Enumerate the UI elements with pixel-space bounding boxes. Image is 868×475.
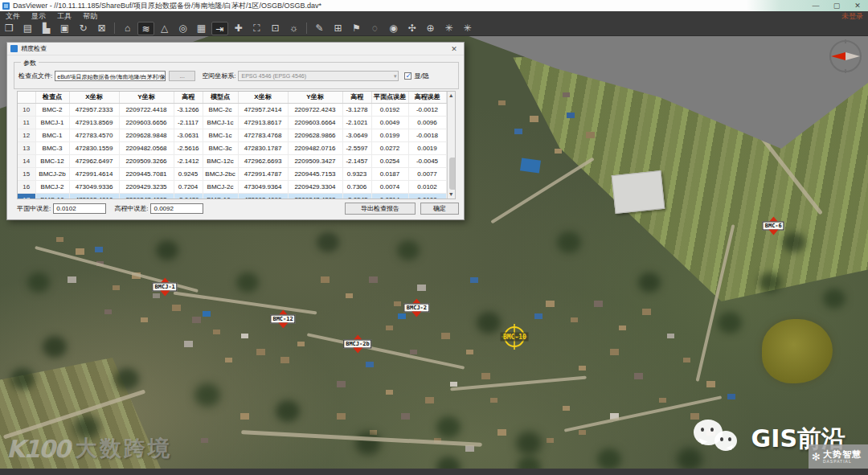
maximize-button[interactable]: ▢	[826, 0, 847, 11]
column-header[interactable]: Y坐标	[288, 92, 342, 103]
minimize-button[interactable]: —	[805, 0, 826, 11]
save-icon[interactable]: ▣	[56, 22, 73, 35]
table-cell: 0.0192	[371, 103, 408, 116]
map-marker-BMCJ-2b[interactable]: BMCJ-2b	[343, 335, 372, 354]
vendor-subtitle: DASPATIAL	[823, 460, 862, 464]
column-header[interactable]: X坐标	[69, 92, 119, 103]
home-view-icon[interactable]: ⌂	[119, 22, 136, 35]
column-header[interactable]: 高程	[342, 92, 371, 103]
scroll-down-icon[interactable]: ▼	[448, 190, 454, 199]
route-icon[interactable]: ✣	[403, 22, 420, 35]
crs-label: 空间坐标系:	[202, 72, 235, 80]
column-header[interactable]: 高程误差	[408, 92, 446, 103]
table-cell: 2209603.6664	[288, 116, 342, 129]
row-number: 16	[18, 180, 35, 193]
column-header[interactable]: X坐标	[238, 92, 288, 103]
menu-item-help[interactable]: 帮助	[77, 11, 103, 22]
menu-item-display[interactable]: 显示	[26, 11, 51, 22]
dialog-titlebar[interactable]: 精度检查 ✕	[7, 43, 464, 55]
column-header[interactable]: 平面点误差	[371, 92, 408, 103]
pan-icon[interactable]: ✚	[230, 22, 247, 35]
table-cell: 2209628.9848	[119, 129, 174, 141]
effect-2-icon[interactable]: ✳	[459, 22, 476, 35]
marker-flag-bottom	[353, 348, 362, 354]
table-cell: BMC-3	[35, 141, 69, 154]
show-hide-checkbox[interactable]	[404, 72, 411, 80]
row-number: 10	[18, 103, 35, 116]
map-marker-BMCJ-1[interactable]: BMCJ-1	[153, 278, 178, 297]
window-titlebar: DasViewer - //10.11.11.185/ShareBuf/项目原始…	[0, 0, 868, 11]
table-row[interactable]: 16BMCJ-2473049.93362209429.32350.7204BMC…	[18, 180, 446, 193]
crs-select[interactable]: EPSG 4546 (EPSG 4546)	[238, 71, 399, 81]
fullscreen-icon[interactable]: ⛶	[248, 22, 265, 35]
table-row[interactable]: 17BMC-10473003.40102209347.4003-3.0436BM…	[18, 193, 446, 199]
watermark-left-logo: K100	[6, 435, 69, 463]
checkpoint-file-input[interactable]: eBuf/项目原始数据备份/海南地隆/白茅村/像控.txt	[55, 71, 166, 81]
statistics-icon[interactable]: ▙	[38, 22, 55, 35]
reload-icon[interactable]: ↻	[75, 22, 92, 35]
table-cell: BMC-1	[35, 129, 69, 141]
row-number: 13	[18, 141, 35, 154]
compass[interactable]	[828, 39, 863, 74]
login-status[interactable]: 未登录	[841, 11, 868, 22]
map-marker-BMC-12[interactable]: BMC-12	[270, 309, 295, 328]
table-row[interactable]: 13BMC-3472830.15592209482.0568-2.5616BMC…	[18, 141, 446, 154]
table-row[interactable]: 14BMC-12472962.64972209509.3266-2.1412BM…	[18, 154, 446, 167]
table-cell: 2209509.3427	[288, 154, 342, 167]
table-cell: BMC-3c	[203, 141, 238, 154]
blue-structure	[520, 158, 541, 173]
table-cell: BMCJ-1	[35, 116, 69, 129]
target-icon[interactable]: ◎	[174, 22, 191, 35]
lasso-icon[interactable]: ◌	[366, 22, 383, 35]
export-report-button[interactable]: 导出检查报告	[345, 203, 416, 215]
map-marker-BMC-6[interactable]: BMC-6	[763, 217, 784, 235]
table-row[interactable]: 15BMCJ-2b472991.46142209445.70810.9245BM…	[18, 167, 446, 180]
flag-icon[interactable]: ⚑	[348, 22, 365, 35]
table-body: 10BMC-2472957.23332209722.4418-3.1266BMC…	[18, 103, 446, 199]
triangle-mesh-icon[interactable]: △	[156, 22, 173, 35]
height-rmse-input[interactable]: 0.0092	[150, 203, 203, 214]
table-cell: -2.1021	[342, 116, 371, 129]
column-header[interactable]: 检查点	[35, 92, 69, 103]
plane-rmse-label: 平面中误差:	[17, 204, 51, 213]
table-cell: 2209482.0568	[119, 141, 174, 154]
table-row[interactable]: 10BMC-2472957.23332209722.4418-3.1266BMC…	[18, 103, 446, 116]
road	[241, 430, 482, 447]
measure-icon[interactable]: ✎	[311, 22, 328, 35]
table-cell: 0.7306	[342, 180, 371, 193]
menu-item-tools[interactable]: 工具	[51, 11, 77, 22]
wireframe-icon[interactable]: ▦	[193, 22, 210, 35]
plane-rmse-input[interactable]: 0.0102	[53, 203, 106, 214]
close-project-icon[interactable]: ⊠	[93, 22, 110, 35]
column-header[interactable]: Y坐标	[119, 92, 174, 103]
table-cell: BMC-2	[35, 103, 69, 116]
column-header[interactable]: 模型点	[203, 92, 238, 103]
table-scrollbar[interactable]: ▲ ▼	[447, 92, 456, 199]
table-cell: -3.0631	[174, 129, 203, 141]
screenshot-icon[interactable]: ⊡	[267, 22, 284, 35]
menu-item-file[interactable]: 文件	[0, 11, 26, 22]
ok-button[interactable]: 确定	[420, 203, 459, 215]
scroll-up-icon[interactable]: ▲	[448, 92, 454, 100]
column-header[interactable]: 高程	[174, 92, 203, 103]
layers-icon[interactable]: ≋	[137, 22, 154, 35]
open-file-icon[interactable]: ❒	[1, 22, 18, 35]
effect-1-icon[interactable]: ✳	[440, 22, 457, 35]
row-number: 15	[18, 167, 35, 180]
table-row[interactable]: 12BMC-1472783.45702209628.9848-3.0631BMC…	[18, 129, 446, 141]
map-marker-BMC-10[interactable]: BMC-10	[489, 325, 540, 349]
open-folder-icon[interactable]: ▤	[19, 22, 36, 35]
scroll-thumb[interactable]	[449, 158, 457, 190]
browse-button[interactable]: ...	[169, 71, 195, 81]
dialog-close-icon[interactable]: ✕	[448, 45, 461, 53]
grid-icon[interactable]: ⊞	[330, 22, 346, 35]
light-icon[interactable]: ☼	[285, 22, 302, 35]
poi-icon[interactable]: ◉	[385, 22, 402, 35]
map-marker-BMCJ-2[interactable]: BMCJ-2	[404, 298, 429, 317]
close-button[interactable]: ✕	[847, 0, 868, 11]
globe-icon[interactable]: ⊕	[422, 22, 439, 35]
table-cell: BMCJ-1c	[203, 116, 238, 129]
table-row[interactable]: 11BMCJ-1472913.85692209603.6656-2.1117BM…	[18, 116, 446, 129]
measure-axis-icon[interactable]: ⇥	[211, 22, 228, 35]
dialog-icon	[10, 45, 18, 52]
